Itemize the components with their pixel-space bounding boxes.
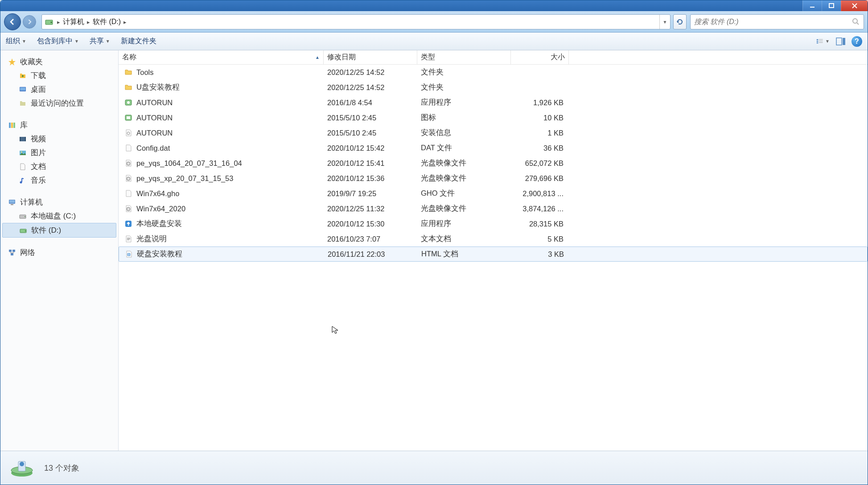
column-date-header[interactable]: 修改日期: [324, 50, 417, 64]
svg-rect-26: [11, 204, 13, 205]
svg-point-35: [127, 101, 130, 104]
maximize-button[interactable]: [822, 0, 841, 11]
breadcrumb-computer[interactable]: 计算机: [61, 15, 86, 29]
svg-point-42: [128, 178, 129, 179]
file-type: GHO 文件: [417, 189, 511, 198]
svg-point-28: [25, 216, 25, 217]
file-row[interactable]: 光盘说明2016/10/23 7:07文本文档5 KB: [119, 231, 868, 247]
file-type: 光盘映像文件: [417, 204, 511, 214]
breadcrumb-separator: ▸: [86, 19, 91, 25]
file-date: 2020/10/12 15:42: [324, 144, 417, 152]
svg-point-4: [853, 19, 857, 23]
file-row[interactable]: Win7x64.gho2019/9/7 19:25GHO 文件2,900,813…: [119, 186, 868, 201]
libraries-heading[interactable]: 库: [0, 118, 118, 132]
network-heading[interactable]: 网络: [0, 246, 118, 259]
address-bar[interactable]: ▸ 计算机 ▸ 软件 (D:) ▸ ▼: [41, 14, 671, 29]
include-library-menu[interactable]: 包含到库中 ▼: [37, 37, 79, 46]
sidebar-item-label: 桌面: [31, 84, 46, 95]
file-type: 应用程序: [417, 98, 511, 107]
file-type: 文本文档: [417, 234, 511, 244]
file-row[interactable]: Tools2020/12/25 14:52文件夹: [119, 65, 868, 80]
computer-heading[interactable]: 计算机: [0, 195, 118, 209]
column-name-header[interactable]: 名称▲: [119, 50, 324, 64]
svg-point-22: [21, 151, 22, 152]
status-bar: 13 个对象: [0, 451, 868, 485]
forward-button[interactable]: [23, 15, 36, 29]
sidebar-item-pictures[interactable]: 图片: [0, 146, 118, 160]
file-row[interactable]: Config.dat2020/10/12 15:42DAT 文件36 KB: [119, 140, 868, 156]
search-box[interactable]: [690, 14, 864, 29]
sort-arrow-icon: ▲: [315, 55, 320, 60]
preview-pane-button[interactable]: [834, 35, 848, 48]
file-date: 2020/12/25 11:32: [324, 205, 417, 213]
svg-rect-1: [829, 4, 834, 8]
file-row[interactable]: pe_yqs_1064_20_07_31_16_042020/10/12 15:…: [119, 156, 868, 171]
favorites-heading[interactable]: 收藏夹: [0, 55, 118, 69]
sidebar-item-documents[interactable]: 文档: [0, 160, 118, 173]
breadcrumb-drive[interactable]: 软件 (D:): [91, 15, 123, 29]
toolbar: 组织 ▼ 包含到库中 ▼ 共享 ▼ 新建文件夹 ▼ ?: [0, 33, 868, 50]
file-row[interactable]: AUTORUN2015/5/10 2:45安装信息1 KB: [119, 125, 868, 140]
file-type: 安装信息: [417, 128, 511, 138]
svg-rect-16: [11, 123, 13, 128]
file-type-icon: [124, 68, 133, 77]
organize-menu[interactable]: 组织 ▼: [6, 37, 26, 46]
search-icon: [852, 18, 860, 26]
minimize-button[interactable]: [802, 0, 822, 11]
help-button[interactable]: ?: [852, 36, 862, 47]
sidebar-item-desktop[interactable]: 桌面: [0, 82, 118, 96]
drive-icon: [18, 212, 27, 221]
file-date: 2015/5/10 2:45: [324, 129, 417, 137]
file-name: pe_yqs_1064_20_07_31_16_04: [136, 159, 242, 168]
file-name: AUTORUN: [136, 129, 173, 137]
back-button[interactable]: [4, 13, 21, 30]
search-input[interactable]: [694, 18, 852, 26]
share-menu[interactable]: 共享 ▼: [90, 37, 110, 46]
file-row[interactable]: Win7x64_20202020/12/25 11:32光盘映像文件3,874,…: [119, 201, 868, 216]
file-date: 2016/10/23 7:07: [324, 235, 417, 243]
file-size: 5 KB: [511, 235, 569, 243]
file-row[interactable]: 硬盘安装教程2016/11/21 22:03HTML 文档3 KB: [119, 247, 868, 262]
file-row[interactable]: AUTORUN2016/1/8 4:54应用程序1,926 KB: [119, 95, 868, 110]
sidebar-item-videos[interactable]: 视频: [0, 132, 118, 146]
column-size-header[interactable]: 大小: [511, 50, 569, 64]
sidebar-item-downloads[interactable]: 下载: [0, 69, 118, 82]
file-type-icon: [124, 98, 133, 107]
file-row[interactable]: pe_yqs_xp_20_07_31_15_532020/10/12 15:36…: [119, 171, 868, 186]
file-type: 图标: [417, 113, 511, 123]
file-date: 2016/1/8 4:54: [324, 99, 417, 107]
file-name: AUTORUN: [136, 114, 173, 122]
sidebar-item-recent[interactable]: 最近访问的位置: [0, 96, 118, 110]
column-type-header[interactable]: 类型: [417, 50, 511, 64]
svg-rect-18: [20, 137, 26, 141]
sidebar-item-music[interactable]: 音乐: [0, 173, 118, 187]
status-text: 13 个对象: [44, 463, 79, 473]
view-mode-button[interactable]: ▼: [816, 35, 830, 48]
file-size: 652,072 KB: [511, 159, 569, 168]
file-row[interactable]: U盘安装教程2020/12/25 14:52文件夹: [119, 80, 868, 95]
svg-rect-32: [12, 250, 15, 252]
new-folder-button[interactable]: 新建文件夹: [121, 37, 156, 46]
sidebar-item-drive-c[interactable]: 本地磁盘 (C:): [0, 209, 118, 223]
file-row[interactable]: AUTORUN2015/5/10 2:45图标10 KB: [119, 110, 868, 125]
file-type-icon: [124, 189, 133, 198]
star-icon: [8, 58, 16, 66]
file-name: 光盘说明: [136, 234, 167, 244]
file-name: AUTORUN: [136, 99, 173, 107]
sidebar-item-drive-d[interactable]: 软件 (D:): [2, 223, 116, 238]
file-row[interactable]: 本地硬盘安装2020/10/12 15:30应用程序28,315 KB: [119, 216, 868, 231]
titlebar[interactable]: [0, 0, 868, 11]
svg-rect-9: [817, 42, 819, 43]
refresh-button[interactable]: [673, 14, 687, 29]
close-button[interactable]: [841, 0, 868, 11]
file-type: DAT 文件: [417, 143, 511, 153]
svg-rect-14: [20, 87, 25, 90]
video-icon: [18, 135, 27, 144]
file-type: HTML 文档: [418, 249, 511, 259]
svg-rect-19: [20, 137, 21, 141]
file-size: 2,900,813 ...: [511, 189, 569, 198]
address-dropdown[interactable]: ▼: [659, 15, 670, 29]
picture-icon: [18, 148, 27, 157]
svg-rect-17: [13, 123, 15, 128]
sidebar-item-label: 软件 (D:): [31, 225, 61, 235]
